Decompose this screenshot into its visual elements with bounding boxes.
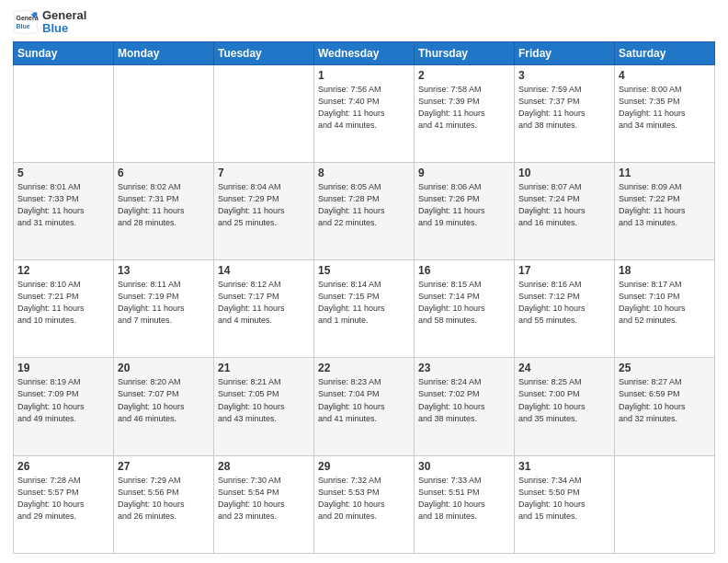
day-number: 16 — [418, 264, 510, 277]
day-info: Sunrise: 8:25 AM Sunset: 7:00 PM Dayligh… — [518, 376, 610, 424]
day-info: Sunrise: 8:04 AM Sunset: 7:29 PM Dayligh… — [218, 181, 310, 229]
day-number: 26 — [17, 460, 109, 473]
day-info: Sunrise: 8:11 AM Sunset: 7:19 PM Dayligh… — [118, 279, 210, 327]
calendar-cell: 8Sunrise: 8:05 AM Sunset: 7:28 PM Daylig… — [314, 162, 415, 259]
day-info: Sunrise: 7:32 AM Sunset: 5:53 PM Dayligh… — [318, 475, 410, 523]
day-info: Sunrise: 7:34 AM Sunset: 5:50 PM Dayligh… — [518, 475, 610, 523]
day-info: Sunrise: 8:10 AM Sunset: 7:21 PM Dayligh… — [17, 279, 109, 327]
calendar-cell: 3Sunrise: 7:59 AM Sunset: 7:37 PM Daylig… — [515, 64, 615, 162]
day-number: 25 — [619, 362, 711, 374]
day-info: Sunrise: 8:00 AM Sunset: 7:35 PM Dayligh… — [619, 84, 711, 132]
calendar-cell: 2Sunrise: 7:58 AM Sunset: 7:39 PM Daylig… — [415, 64, 515, 162]
day-info: Sunrise: 7:29 AM Sunset: 5:56 PM Dayligh… — [118, 475, 210, 523]
calendar-cell: 11Sunrise: 8:09 AM Sunset: 7:22 PM Dayli… — [615, 162, 715, 259]
day-number: 19 — [17, 362, 109, 374]
day-info: Sunrise: 8:01 AM Sunset: 7:33 PM Dayligh… — [17, 181, 109, 229]
day-info: Sunrise: 8:24 AM Sunset: 7:02 PM Dayligh… — [418, 376, 510, 424]
day-info: Sunrise: 8:14 AM Sunset: 7:15 PM Dayligh… — [318, 279, 410, 327]
day-number: 11 — [619, 167, 711, 179]
calendar-cell: 4Sunrise: 8:00 AM Sunset: 7:35 PM Daylig… — [615, 64, 715, 162]
calendar-cell: 18Sunrise: 8:17 AM Sunset: 7:10 PM Dayli… — [615, 260, 715, 358]
day-info: Sunrise: 8:06 AM Sunset: 7:26 PM Dayligh… — [418, 181, 510, 229]
calendar-cell: 31Sunrise: 7:34 AM Sunset: 5:50 PM Dayli… — [515, 455, 615, 553]
day-info: Sunrise: 8:15 AM Sunset: 7:14 PM Dayligh… — [418, 279, 510, 327]
day-number: 9 — [418, 167, 510, 179]
weekday-header-tuesday: Tuesday — [214, 41, 314, 64]
calendar-cell: 24Sunrise: 8:25 AM Sunset: 7:00 PM Dayli… — [515, 358, 615, 455]
header: General Blue General Blue — [13, 9, 715, 36]
day-number: 18 — [619, 264, 711, 277]
day-number: 8 — [318, 167, 410, 179]
day-info: Sunrise: 8:12 AM Sunset: 7:17 PM Dayligh… — [218, 279, 310, 327]
calendar-cell: 6Sunrise: 8:02 AM Sunset: 7:31 PM Daylig… — [114, 162, 214, 259]
day-number: 15 — [318, 264, 410, 277]
weekday-header-wednesday: Wednesday — [314, 41, 415, 64]
calendar-cell: 17Sunrise: 8:16 AM Sunset: 7:12 PM Dayli… — [515, 260, 615, 358]
day-info: Sunrise: 8:17 AM Sunset: 7:10 PM Dayligh… — [619, 279, 711, 327]
day-number: 10 — [518, 167, 610, 179]
day-info: Sunrise: 7:58 AM Sunset: 7:39 PM Dayligh… — [418, 84, 510, 132]
logo: General Blue General Blue — [13, 9, 86, 36]
day-info: Sunrise: 8:16 AM Sunset: 7:12 PM Dayligh… — [518, 279, 610, 327]
logo-text: General Blue — [42, 9, 86, 36]
day-number: 17 — [518, 264, 610, 277]
day-info: Sunrise: 8:09 AM Sunset: 7:22 PM Dayligh… — [619, 181, 711, 229]
calendar-cell: 22Sunrise: 8:23 AM Sunset: 7:04 PM Dayli… — [314, 358, 415, 455]
calendar-table: SundayMondayTuesdayWednesdayThursdayFrid… — [13, 41, 715, 554]
calendar-cell: 29Sunrise: 7:32 AM Sunset: 5:53 PM Dayli… — [314, 455, 415, 553]
logo-icon: General Blue — [13, 9, 39, 35]
day-info: Sunrise: 8:27 AM Sunset: 6:59 PM Dayligh… — [619, 376, 711, 424]
day-number: 31 — [518, 460, 610, 473]
calendar-cell — [14, 64, 114, 162]
day-number: 30 — [418, 460, 510, 473]
day-info: Sunrise: 7:30 AM Sunset: 5:54 PM Dayligh… — [218, 475, 310, 523]
calendar-cell: 25Sunrise: 8:27 AM Sunset: 6:59 PM Dayli… — [615, 358, 715, 455]
calendar-cell: 26Sunrise: 7:28 AM Sunset: 5:57 PM Dayli… — [14, 455, 114, 553]
day-number: 22 — [318, 362, 410, 374]
day-number: 14 — [218, 264, 310, 277]
weekday-header-monday: Monday — [114, 41, 214, 64]
calendar-cell: 14Sunrise: 8:12 AM Sunset: 7:17 PM Dayli… — [214, 260, 314, 358]
day-info: Sunrise: 7:59 AM Sunset: 7:37 PM Dayligh… — [518, 84, 610, 132]
day-number: 7 — [218, 167, 310, 179]
weekday-header-saturday: Saturday — [615, 41, 715, 64]
day-number: 4 — [619, 69, 711, 82]
calendar-cell: 19Sunrise: 8:19 AM Sunset: 7:09 PM Dayli… — [14, 358, 114, 455]
calendar-cell — [114, 64, 214, 162]
calendar-cell: 13Sunrise: 8:11 AM Sunset: 7:19 PM Dayli… — [114, 260, 214, 358]
calendar-cell: 9Sunrise: 8:06 AM Sunset: 7:26 PM Daylig… — [415, 162, 515, 259]
weekday-header-thursday: Thursday — [415, 41, 515, 64]
day-info: Sunrise: 8:02 AM Sunset: 7:31 PM Dayligh… — [118, 181, 210, 229]
day-number: 6 — [118, 167, 210, 179]
day-info: Sunrise: 8:19 AM Sunset: 7:09 PM Dayligh… — [17, 376, 109, 424]
calendar-cell: 28Sunrise: 7:30 AM Sunset: 5:54 PM Dayli… — [214, 455, 314, 553]
calendar-cell — [214, 64, 314, 162]
day-info: Sunrise: 8:21 AM Sunset: 7:05 PM Dayligh… — [218, 376, 310, 424]
calendar-cell: 27Sunrise: 7:29 AM Sunset: 5:56 PM Dayli… — [114, 455, 214, 553]
weekday-header-friday: Friday — [515, 41, 615, 64]
day-number: 13 — [118, 264, 210, 277]
day-number: 5 — [17, 167, 109, 179]
day-number: 21 — [218, 362, 310, 374]
calendar-cell — [615, 455, 715, 553]
day-number: 23 — [418, 362, 510, 374]
calendar-cell: 15Sunrise: 8:14 AM Sunset: 7:15 PM Dayli… — [314, 260, 415, 358]
calendar-cell: 16Sunrise: 8:15 AM Sunset: 7:14 PM Dayli… — [415, 260, 515, 358]
day-info: Sunrise: 8:05 AM Sunset: 7:28 PM Dayligh… — [318, 181, 410, 229]
day-number: 28 — [218, 460, 310, 473]
calendar-cell: 23Sunrise: 8:24 AM Sunset: 7:02 PM Dayli… — [415, 358, 515, 455]
calendar-cell: 5Sunrise: 8:01 AM Sunset: 7:33 PM Daylig… — [14, 162, 114, 259]
day-info: Sunrise: 7:56 AM Sunset: 7:40 PM Dayligh… — [318, 84, 410, 132]
day-info: Sunrise: 7:28 AM Sunset: 5:57 PM Dayligh… — [17, 475, 109, 523]
day-info: Sunrise: 8:20 AM Sunset: 7:07 PM Dayligh… — [118, 376, 210, 424]
calendar-cell: 21Sunrise: 8:21 AM Sunset: 7:05 PM Dayli… — [214, 358, 314, 455]
day-number: 1 — [318, 69, 410, 82]
page: General Blue General Blue SundayMondayTu… — [0, 0, 728, 563]
calendar-cell: 20Sunrise: 8:20 AM Sunset: 7:07 PM Dayli… — [114, 358, 214, 455]
calendar-cell: 10Sunrise: 8:07 AM Sunset: 7:24 PM Dayli… — [515, 162, 615, 259]
day-info: Sunrise: 7:33 AM Sunset: 5:51 PM Dayligh… — [418, 475, 510, 523]
svg-text:Blue: Blue — [17, 23, 30, 29]
calendar-cell: 12Sunrise: 8:10 AM Sunset: 7:21 PM Dayli… — [14, 260, 114, 358]
day-number: 24 — [518, 362, 610, 374]
day-number: 20 — [118, 362, 210, 374]
